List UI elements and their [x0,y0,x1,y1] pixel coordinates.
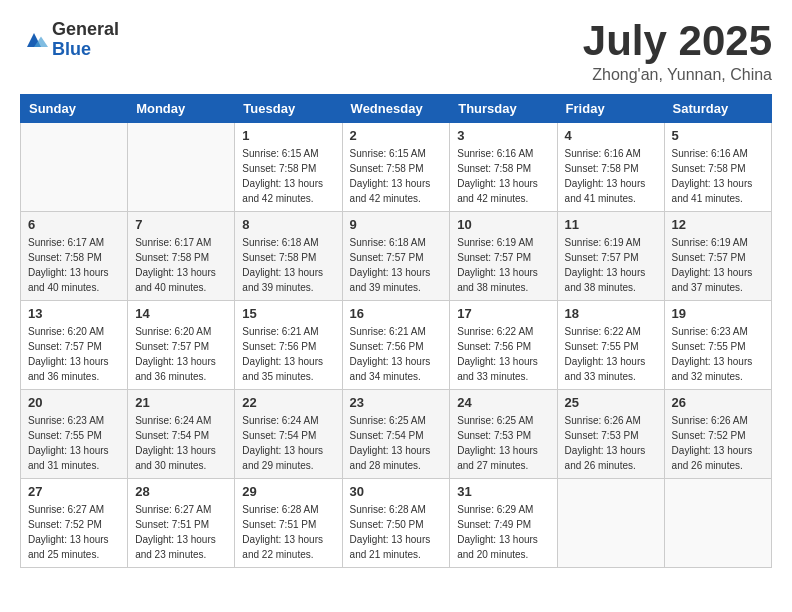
day-number: 21 [135,395,227,410]
calendar-day-cell: 15Sunrise: 6:21 AM Sunset: 7:56 PM Dayli… [235,301,342,390]
day-detail: Sunrise: 6:28 AM Sunset: 7:50 PM Dayligh… [350,502,443,562]
calendar-week-row: 27Sunrise: 6:27 AM Sunset: 7:52 PM Dayli… [21,479,772,568]
calendar-day-cell: 17Sunrise: 6:22 AM Sunset: 7:56 PM Dayli… [450,301,557,390]
day-number: 24 [457,395,549,410]
day-detail: Sunrise: 6:16 AM Sunset: 7:58 PM Dayligh… [457,146,549,206]
calendar-day-cell: 20Sunrise: 6:23 AM Sunset: 7:55 PM Dayli… [21,390,128,479]
day-number: 17 [457,306,549,321]
calendar-day-cell: 3Sunrise: 6:16 AM Sunset: 7:58 PM Daylig… [450,123,557,212]
location-subtitle: Zhong'an, Yunnan, China [583,66,772,84]
calendar-day-cell: 13Sunrise: 6:20 AM Sunset: 7:57 PM Dayli… [21,301,128,390]
logo-icon [20,26,48,54]
calendar-day-cell: 18Sunrise: 6:22 AM Sunset: 7:55 PM Dayli… [557,301,664,390]
calendar-day-cell: 2Sunrise: 6:15 AM Sunset: 7:58 PM Daylig… [342,123,450,212]
calendar-day-cell: 26Sunrise: 6:26 AM Sunset: 7:52 PM Dayli… [664,390,771,479]
day-number: 15 [242,306,334,321]
calendar-day-cell: 25Sunrise: 6:26 AM Sunset: 7:53 PM Dayli… [557,390,664,479]
calendar-day-cell [557,479,664,568]
day-number: 7 [135,217,227,232]
calendar-day-cell: 5Sunrise: 6:16 AM Sunset: 7:58 PM Daylig… [664,123,771,212]
calendar-day-cell: 23Sunrise: 6:25 AM Sunset: 7:54 PM Dayli… [342,390,450,479]
day-number: 8 [242,217,334,232]
day-number: 20 [28,395,120,410]
day-detail: Sunrise: 6:19 AM Sunset: 7:57 PM Dayligh… [457,235,549,295]
day-of-week-header: Monday [128,95,235,123]
day-number: 30 [350,484,443,499]
day-number: 29 [242,484,334,499]
month-year-title: July 2025 [583,20,772,62]
day-number: 1 [242,128,334,143]
calendar-header-row: SundayMondayTuesdayWednesdayThursdayFrid… [21,95,772,123]
calendar-day-cell: 24Sunrise: 6:25 AM Sunset: 7:53 PM Dayli… [450,390,557,479]
day-detail: Sunrise: 6:24 AM Sunset: 7:54 PM Dayligh… [135,413,227,473]
day-number: 12 [672,217,764,232]
day-number: 11 [565,217,657,232]
day-of-week-header: Sunday [21,95,128,123]
calendar-day-cell: 11Sunrise: 6:19 AM Sunset: 7:57 PM Dayli… [557,212,664,301]
day-detail: Sunrise: 6:16 AM Sunset: 7:58 PM Dayligh… [565,146,657,206]
day-detail: Sunrise: 6:24 AM Sunset: 7:54 PM Dayligh… [242,413,334,473]
logo: General Blue [20,20,119,60]
day-detail: Sunrise: 6:23 AM Sunset: 7:55 PM Dayligh… [672,324,764,384]
day-detail: Sunrise: 6:17 AM Sunset: 7:58 PM Dayligh… [28,235,120,295]
day-detail: Sunrise: 6:27 AM Sunset: 7:52 PM Dayligh… [28,502,120,562]
day-number: 16 [350,306,443,321]
day-detail: Sunrise: 6:21 AM Sunset: 7:56 PM Dayligh… [242,324,334,384]
calendar-day-cell: 16Sunrise: 6:21 AM Sunset: 7:56 PM Dayli… [342,301,450,390]
calendar-table: SundayMondayTuesdayWednesdayThursdayFrid… [20,94,772,568]
day-number: 2 [350,128,443,143]
calendar-day-cell: 7Sunrise: 6:17 AM Sunset: 7:58 PM Daylig… [128,212,235,301]
day-detail: Sunrise: 6:20 AM Sunset: 7:57 PM Dayligh… [135,324,227,384]
calendar-day-cell: 10Sunrise: 6:19 AM Sunset: 7:57 PM Dayli… [450,212,557,301]
day-detail: Sunrise: 6:26 AM Sunset: 7:52 PM Dayligh… [672,413,764,473]
day-number: 31 [457,484,549,499]
day-of-week-header: Wednesday [342,95,450,123]
day-detail: Sunrise: 6:16 AM Sunset: 7:58 PM Dayligh… [672,146,764,206]
calendar-day-cell: 19Sunrise: 6:23 AM Sunset: 7:55 PM Dayli… [664,301,771,390]
day-detail: Sunrise: 6:18 AM Sunset: 7:58 PM Dayligh… [242,235,334,295]
calendar-day-cell: 8Sunrise: 6:18 AM Sunset: 7:58 PM Daylig… [235,212,342,301]
day-number: 25 [565,395,657,410]
calendar-week-row: 1Sunrise: 6:15 AM Sunset: 7:58 PM Daylig… [21,123,772,212]
day-detail: Sunrise: 6:19 AM Sunset: 7:57 PM Dayligh… [565,235,657,295]
day-number: 23 [350,395,443,410]
day-of-week-header: Tuesday [235,95,342,123]
day-number: 19 [672,306,764,321]
day-number: 28 [135,484,227,499]
day-detail: Sunrise: 6:29 AM Sunset: 7:49 PM Dayligh… [457,502,549,562]
calendar-day-cell: 28Sunrise: 6:27 AM Sunset: 7:51 PM Dayli… [128,479,235,568]
day-number: 5 [672,128,764,143]
day-number: 3 [457,128,549,143]
day-number: 10 [457,217,549,232]
calendar-day-cell: 6Sunrise: 6:17 AM Sunset: 7:58 PM Daylig… [21,212,128,301]
day-of-week-header: Saturday [664,95,771,123]
day-number: 22 [242,395,334,410]
day-detail: Sunrise: 6:19 AM Sunset: 7:57 PM Dayligh… [672,235,764,295]
day-number: 13 [28,306,120,321]
calendar-day-cell [21,123,128,212]
day-detail: Sunrise: 6:22 AM Sunset: 7:55 PM Dayligh… [565,324,657,384]
calendar-week-row: 13Sunrise: 6:20 AM Sunset: 7:57 PM Dayli… [21,301,772,390]
calendar-week-row: 6Sunrise: 6:17 AM Sunset: 7:58 PM Daylig… [21,212,772,301]
title-area: July 2025 Zhong'an, Yunnan, China [583,20,772,84]
day-number: 27 [28,484,120,499]
day-detail: Sunrise: 6:23 AM Sunset: 7:55 PM Dayligh… [28,413,120,473]
calendar-day-cell: 9Sunrise: 6:18 AM Sunset: 7:57 PM Daylig… [342,212,450,301]
logo-general: General [52,20,119,40]
day-number: 4 [565,128,657,143]
day-detail: Sunrise: 6:22 AM Sunset: 7:56 PM Dayligh… [457,324,549,384]
day-detail: Sunrise: 6:20 AM Sunset: 7:57 PM Dayligh… [28,324,120,384]
day-detail: Sunrise: 6:18 AM Sunset: 7:57 PM Dayligh… [350,235,443,295]
calendar-day-cell: 30Sunrise: 6:28 AM Sunset: 7:50 PM Dayli… [342,479,450,568]
calendar-day-cell: 22Sunrise: 6:24 AM Sunset: 7:54 PM Dayli… [235,390,342,479]
calendar-day-cell: 14Sunrise: 6:20 AM Sunset: 7:57 PM Dayli… [128,301,235,390]
logo-text: General Blue [52,20,119,60]
day-number: 9 [350,217,443,232]
calendar-day-cell: 27Sunrise: 6:27 AM Sunset: 7:52 PM Dayli… [21,479,128,568]
day-detail: Sunrise: 6:15 AM Sunset: 7:58 PM Dayligh… [350,146,443,206]
day-of-week-header: Thursday [450,95,557,123]
logo-blue: Blue [52,40,119,60]
calendar-day-cell: 12Sunrise: 6:19 AM Sunset: 7:57 PM Dayli… [664,212,771,301]
day-detail: Sunrise: 6:15 AM Sunset: 7:58 PM Dayligh… [242,146,334,206]
day-of-week-header: Friday [557,95,664,123]
